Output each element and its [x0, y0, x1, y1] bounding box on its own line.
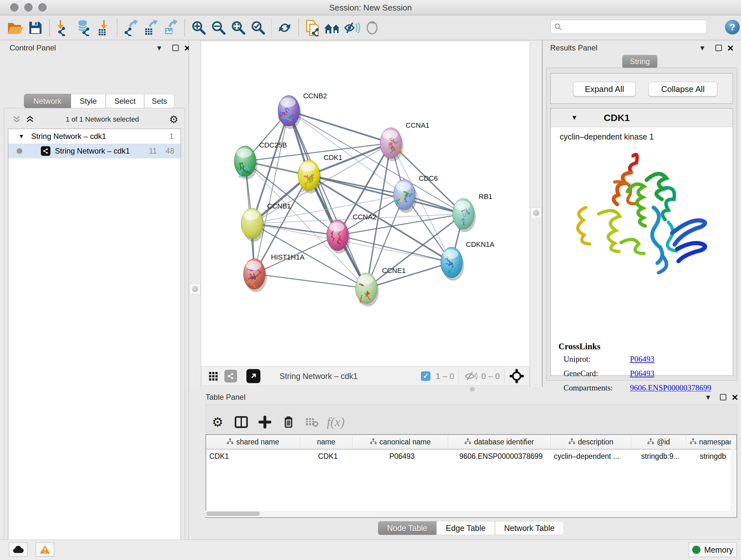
open-session-icon[interactable] — [6, 18, 25, 37]
node-CCNA1[interactable]: CCNA1 — [380, 121, 429, 161]
warning-button[interactable] — [36, 543, 54, 557]
column-header-namespac[interactable]: namespac — [686, 435, 737, 449]
section-title: CDK1 — [604, 112, 630, 123]
tab-sets[interactable]: Sets — [144, 94, 175, 108]
delete-column-trash-icon[interactable] — [277, 411, 300, 433]
edge-CCNB2-CCNE1[interactable] — [289, 111, 366, 288]
left-splitter-grip[interactable] — [190, 284, 200, 294]
export-network-icon[interactable] — [121, 18, 141, 37]
zoom-fit-icon[interactable] — [228, 18, 248, 37]
results-panel: Results Panel ▼ ✕ String Expand All Coll… — [543, 40, 741, 387]
table-cell[interactable]: stringdb — [686, 452, 737, 461]
right-splitter-grip[interactable] — [531, 207, 542, 219]
section-collapse-icon[interactable]: ▼ — [571, 114, 578, 121]
import-network-file-icon[interactable] — [54, 18, 73, 37]
table-cell[interactable]: 9606.ENSP00000378699 — [448, 452, 551, 461]
table-cell[interactable]: CDK1 — [206, 452, 300, 461]
table-cell[interactable]: CDK1 — [300, 452, 353, 461]
column-type-icon — [690, 438, 697, 446]
refresh-icon[interactable] — [275, 18, 294, 37]
results-panel-float-icon[interactable] — [716, 45, 722, 52]
edge-CCNA2-CDKN1A[interactable] — [338, 235, 452, 262]
table-horizontal-scrollbar[interactable] — [205, 511, 732, 516]
memory-status-dot — [692, 546, 700, 554]
column-header-shared-name[interactable]: shared name — [206, 435, 300, 449]
cloud-button[interactable] — [9, 543, 27, 557]
window-titlebar: Session: New Session — [0, 0, 741, 15]
edge-HIST1H1A-CCNE1[interactable] — [254, 274, 366, 288]
tab-edge-table[interactable]: Edge Table — [436, 521, 495, 535]
crosslinks-title: CrossLinks — [558, 341, 730, 352]
import-network-database-icon[interactable] — [73, 18, 93, 37]
export-table-icon[interactable] — [141, 18, 161, 37]
collection-expand-icon[interactable]: ▼ — [18, 133, 24, 140]
selected-checkbox[interactable]: ✓ — [421, 371, 430, 381]
table-cell[interactable]: cyclin–dependent ... — [551, 452, 631, 461]
export-image-icon[interactable] — [161, 18, 181, 37]
tab-network[interactable]: Network — [24, 94, 71, 108]
results-panel-close-icon[interactable]: ✕ — [727, 44, 734, 53]
node-CCNB2[interactable]: CCNB2 — [278, 92, 327, 129]
node-CCNE1[interactable]: CCNE1 — [355, 266, 406, 307]
control-panel-title: Control Panel — [10, 44, 56, 52]
network-options-gear-icon[interactable]: ⚙ — [169, 113, 179, 125]
hide-panel-icon[interactable] — [342, 18, 362, 37]
control-panel-float-icon[interactable] — [172, 45, 179, 52]
open-in-window-icon[interactable] — [246, 369, 260, 383]
results-section-header[interactable]: ▼ CDK1 — [551, 109, 733, 127]
edge-CDKN1A-CCNE1[interactable] — [366, 262, 452, 288]
save-session-icon[interactable] — [25, 18, 45, 37]
tab-style[interactable]: Style — [71, 94, 106, 108]
table-options-gear-icon[interactable]: ⚙ — [206, 411, 229, 433]
tab-string[interactable]: String — [622, 55, 657, 68]
column-header-description[interactable]: description — [551, 435, 631, 449]
column-header--id[interactable]: @id — [631, 435, 686, 449]
zoom-in-icon[interactable] — [189, 18, 209, 37]
expand-all-button[interactable]: Expand All — [573, 82, 636, 97]
table-cell[interactable]: P06493 — [353, 452, 448, 461]
table-panel-menu-icon[interactable]: ▼ — [704, 393, 712, 401]
birds-eye-icon[interactable] — [509, 368, 524, 384]
table-panel-float-icon[interactable] — [720, 394, 726, 401]
collapse-all-icon[interactable] — [11, 115, 22, 124]
network-row[interactable]: String Network – cdk1 11 48 — [8, 144, 181, 159]
node-CDKN1A[interactable]: CDKN1A — [441, 240, 495, 281]
zoom-out-icon[interactable] — [209, 18, 228, 37]
crosslink-link[interactable]: P06493 — [630, 369, 654, 383]
table-row[interactable]: CDK1CDK1P064939606.ENSP00000378699cyclin… — [206, 449, 737, 463]
control-panel-menu-icon[interactable]: ▼ — [156, 44, 163, 52]
show-columns-icon[interactable] — [229, 411, 253, 433]
function-builder-icon-disabled: f(x) — [324, 411, 347, 433]
string-view-icon[interactable] — [224, 370, 237, 382]
table-cell[interactable]: stringdb:9... — [631, 452, 686, 461]
tab-network-table[interactable]: Network Table — [495, 521, 564, 535]
grid-view-icon[interactable] — [207, 370, 220, 382]
column-header-name[interactable]: name — [300, 435, 353, 449]
tab-node-table[interactable]: Node Table — [378, 521, 436, 535]
column-header-canonical-name[interactable]: canonical name — [353, 435, 448, 449]
network-collection-row[interactable]: ▼ String Network – cdk1 1 — [8, 129, 181, 144]
node-HIST1H1A[interactable]: HIST1H1A — [244, 253, 305, 292]
show-panel-icon[interactable] — [362, 18, 382, 37]
zoom-selected-icon[interactable] — [248, 18, 268, 37]
left-splitter[interactable] — [189, 40, 201, 387]
memory-button[interactable]: Memory — [689, 543, 737, 557]
network-canvas[interactable]: CCNB2CCNA1CDC25BCDK1CDC6RB1CCNB1CCNA2CDK… — [201, 42, 530, 366]
help-button[interactable]: ? — [725, 20, 740, 35]
crosslink-link[interactable]: P06493 — [630, 355, 654, 369]
edge-CCNB2-CCNA1[interactable] — [289, 111, 391, 143]
collapse-all-button[interactable]: Collapse All — [649, 82, 718, 97]
create-column-icon[interactable] — [253, 411, 277, 433]
table-vertical-scrollbar[interactable] — [731, 435, 735, 517]
column-header-database-identifier[interactable]: database identifier — [448, 435, 551, 449]
import-table-file-icon[interactable] — [93, 18, 113, 37]
home-layout-icon[interactable] — [323, 18, 342, 37]
results-panel-menu-icon[interactable]: ▼ — [699, 44, 706, 52]
search-input[interactable] — [562, 23, 699, 31]
copy-style-icon[interactable] — [303, 18, 323, 37]
node-RB1[interactable]: RB1 — [453, 192, 492, 232]
expand-all-icon[interactable] — [24, 115, 36, 124]
table-panel-close-icon[interactable]: ✕ — [731, 393, 738, 402]
right-splitter[interactable] — [530, 40, 542, 387]
tab-select[interactable]: Select — [106, 94, 144, 108]
